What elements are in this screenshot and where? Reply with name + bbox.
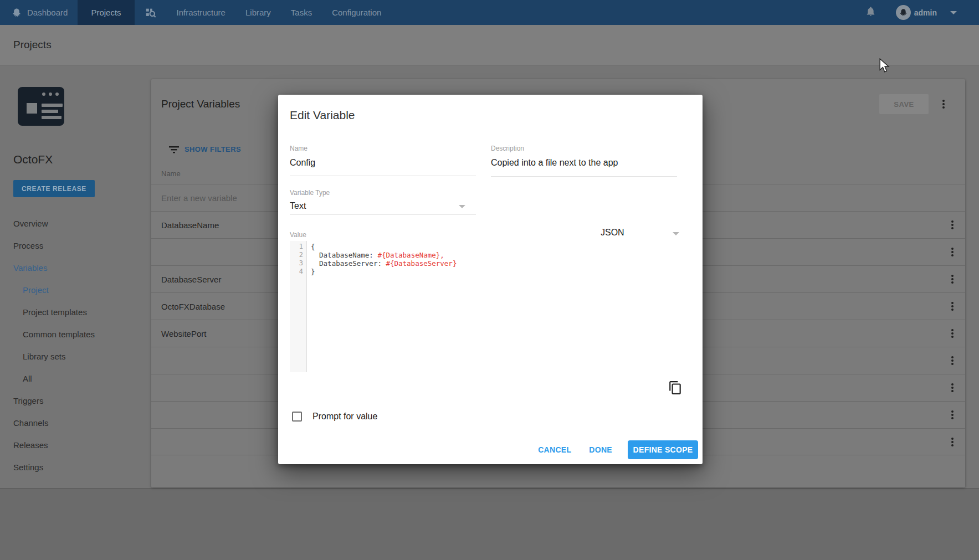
sidebar-item-overview[interactable]: Overview	[13, 219, 48, 228]
prompt-for-value-option[interactable]: Prompt for value	[292, 412, 377, 422]
description-field-value[interactable]: Copied into a file next to the app	[491, 158, 618, 168]
copy-icon[interactable]	[668, 381, 684, 396]
name-column-header: Name	[161, 169, 181, 178]
sidebar-item-all[interactable]: All	[23, 374, 32, 383]
filter-icon	[169, 146, 179, 153]
sidebar-item-common-templates[interactable]: Common templates	[23, 330, 95, 339]
row-overflow-menu[interactable]	[949, 245, 956, 259]
sidebar-item-channels[interactable]: Channels	[13, 418, 48, 428]
edit-variable-dialog: Edit Variable Name Config Description Co…	[278, 95, 703, 464]
panel-title: Project Variables	[161, 98, 240, 110]
sidebar-item-process[interactable]: Process	[13, 241, 43, 250]
variable-type-select[interactable]: Text	[290, 201, 306, 211]
prompt-for-value-checkbox[interactable]	[292, 412, 302, 422]
sidebar-item-project-templates[interactable]: Project templates	[23, 307, 87, 317]
cancel-button[interactable]: CANCEL	[529, 440, 580, 460]
language-select[interactable]: JSON	[601, 228, 684, 238]
sidebar-item-library-sets[interactable]: Library sets	[23, 352, 66, 361]
language-select-caret-icon	[673, 232, 679, 235]
description-field-label: Description	[491, 145, 524, 152]
nav-spaces-search[interactable]	[135, 0, 167, 25]
done-button[interactable]: DONE	[580, 440, 621, 460]
dialog-title: Edit Variable	[290, 109, 355, 122]
nav-tasks-label: Tasks	[291, 8, 312, 17]
row-overflow-menu[interactable]	[949, 435, 956, 449]
language-select-value: JSON	[601, 228, 624, 237]
username-label: admin	[914, 8, 937, 17]
sidebar-item-variables[interactable]: Variables	[13, 263, 47, 273]
show-filters-label: SHOW FILTERS	[184, 145, 241, 153]
code-content[interactable]: { DatabaseName: #{DatabaseName}, Databas…	[311, 243, 457, 276]
nav-library-label: Library	[245, 8, 271, 17]
top-navbar: Dashboard Projects Infrastructure Librar…	[0, 0, 979, 25]
row-overflow-menu[interactable]	[949, 408, 956, 422]
project-sidebar: OctoFX CREATE RELEASE Overview Process V…	[0, 65, 151, 489]
nav-projects-label: Projects	[91, 8, 121, 17]
row-overflow-menu[interactable]	[949, 327, 956, 340]
page-header: Projects	[0, 25, 979, 65]
project-logo	[18, 87, 64, 126]
create-release-button[interactable]: CREATE RELEASE	[13, 180, 95, 197]
panel-overflow-menu[interactable]	[940, 97, 947, 111]
row-overflow-menu[interactable]	[949, 218, 956, 232]
dialog-actions: CANCEL DONE DEFINE SCOPE	[529, 440, 698, 460]
octopus-icon	[11, 7, 22, 18]
sidebar-item-triggers[interactable]: Triggers	[13, 396, 43, 405]
value-field-label: Value	[290, 231, 306, 239]
row-overflow-menu[interactable]	[949, 300, 956, 313]
grid-search-icon	[145, 7, 157, 19]
page-title: Projects	[13, 39, 52, 51]
nav-configuration-label: Configuration	[332, 8, 381, 17]
nav-dashboard-label: Dashboard	[27, 8, 68, 17]
nav-infrastructure[interactable]: Infrastructure	[167, 0, 235, 25]
variable-type-caret-icon[interactable]	[459, 205, 465, 208]
value-code-editor[interactable]: 1 2 3 4 { DatabaseName: #{DatabaseName},…	[290, 241, 691, 372]
nav-projects[interactable]: Projects	[78, 0, 134, 25]
user-avatar[interactable]	[896, 5, 911, 20]
sidebar-item-settings[interactable]: Settings	[13, 463, 43, 472]
nav-infrastructure-label: Infrastructure	[177, 8, 225, 17]
nav-configuration[interactable]: Configuration	[322, 0, 391, 25]
row-overflow-menu[interactable]	[949, 273, 956, 286]
row-overflow-menu[interactable]	[949, 381, 956, 394]
line-number-gutter: 1 2 3 4	[290, 241, 307, 372]
define-scope-button[interactable]: DEFINE SCOPE	[628, 440, 698, 459]
show-filters-button[interactable]: SHOW FILTERS	[169, 145, 241, 153]
name-field-label: Name	[290, 145, 307, 152]
sidebar-item-variables-project[interactable]: Project	[23, 285, 49, 295]
row-overflow-menu[interactable]	[949, 354, 956, 367]
user-menu-caret-icon[interactable]	[950, 11, 957, 14]
variable-type-label: Variable Type	[290, 189, 330, 197]
sidebar-item-releases[interactable]: Releases	[13, 440, 48, 450]
prompt-for-value-label: Prompt for value	[312, 412, 377, 422]
nav-tasks[interactable]: Tasks	[281, 0, 322, 25]
notifications-bell-icon[interactable]	[865, 6, 876, 19]
nav-library[interactable]: Library	[235, 0, 281, 25]
project-name: OctoFX	[13, 153, 53, 166]
save-button[interactable]: SAVE	[879, 94, 929, 114]
name-field-value[interactable]: Config	[290, 158, 315, 168]
nav-dashboard[interactable]: Dashboard	[0, 0, 78, 25]
